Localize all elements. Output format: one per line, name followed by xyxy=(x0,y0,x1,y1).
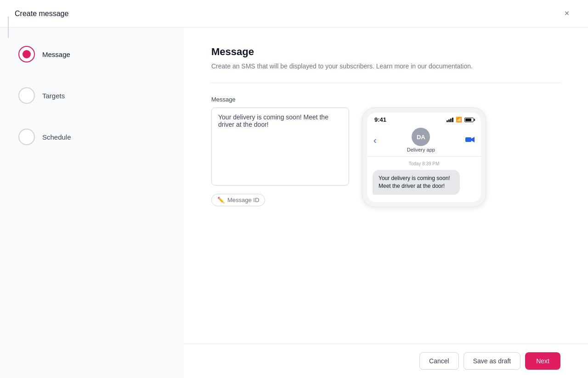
step-targets-item: Targets xyxy=(18,87,165,104)
step-connector-2 xyxy=(8,28,9,38)
signal-bar-2 xyxy=(448,119,450,122)
step-targets-label: Targets xyxy=(42,92,65,100)
message-section-label: Message xyxy=(211,96,560,103)
battery-fill xyxy=(465,118,471,121)
message-id-label: Message ID xyxy=(227,197,259,203)
svg-marker-1 xyxy=(471,137,475,142)
wifi-icon: 📶 xyxy=(456,117,462,123)
message-bubble: Your delivery is coming soon! Meet the d… xyxy=(373,170,460,195)
close-button[interactable]: × xyxy=(560,7,573,20)
phone-contact: DA Delivery app xyxy=(407,128,435,152)
content-divider xyxy=(211,83,560,83)
message-id-button[interactable]: ✏️ Message ID xyxy=(211,194,265,206)
footer: Cancel Save as draft Next xyxy=(184,344,588,378)
content-title: Message xyxy=(211,46,560,58)
dialog-header: Create message × xyxy=(0,0,588,28)
step-message-label: Message xyxy=(42,51,70,58)
step-message-item: Message xyxy=(18,46,165,62)
save-draft-button[interactable]: Save as draft xyxy=(464,352,521,370)
message-row: Your delivery is coming soon! Meet the d… xyxy=(211,107,560,207)
sidebar: Message Targets Schedule xyxy=(0,28,184,378)
cancel-button[interactable]: Cancel xyxy=(419,352,459,370)
message-input-wrapper: Your delivery is coming soon! Meet the d… xyxy=(211,107,349,206)
step-targets[interactable]: Targets xyxy=(18,87,165,104)
back-icon: ‹ xyxy=(373,135,377,146)
main-layout: Message Targets Schedule xyxy=(0,28,588,378)
pencil-icon: ✏️ xyxy=(217,197,225,203)
content-body: Message Create an SMS that will be displ… xyxy=(184,28,588,344)
step-schedule-label: Schedule xyxy=(42,133,71,141)
step-schedule[interactable]: Schedule xyxy=(18,129,165,145)
step-schedule-circle xyxy=(18,129,35,145)
phone-nav-bar: ‹ DA Delivery app xyxy=(367,125,481,157)
phone-status-bar: 9:41 📶 xyxy=(367,113,481,125)
phone-mockup: 9:41 📶 xyxy=(362,107,486,207)
steps-list: Message Targets Schedule xyxy=(18,46,165,149)
signal-bars-icon xyxy=(447,118,453,122)
phone-messages: Today 8:39 PM Your delivery is coming so… xyxy=(367,157,481,202)
phone-timestamp: Today 8:39 PM xyxy=(373,161,475,166)
video-icon xyxy=(465,135,475,145)
step-targets-circle xyxy=(18,87,35,104)
phone-time: 9:41 xyxy=(374,116,386,123)
phone-screen: 9:41 📶 xyxy=(367,113,481,202)
phone-avatar: DA xyxy=(412,128,430,146)
step-schedule-item: Schedule xyxy=(18,129,165,145)
next-button[interactable]: Next xyxy=(525,352,560,370)
phone-contact-name: Delivery app xyxy=(407,147,435,152)
battery-icon xyxy=(464,118,474,122)
signal-bar-4 xyxy=(452,118,453,122)
signal-bar-3 xyxy=(450,118,452,122)
content-description: Create an SMS that will be displayed to … xyxy=(211,62,560,70)
dialog-title: Create message xyxy=(15,10,68,18)
content-area: Message Create an SMS that will be displ… xyxy=(184,28,588,378)
step-message[interactable]: Message xyxy=(18,46,165,62)
message-textarea[interactable]: Your delivery is coming soon! Meet the d… xyxy=(211,107,349,186)
phone-status-icons: 📶 xyxy=(447,117,474,123)
svg-rect-0 xyxy=(465,137,471,142)
step-message-circle xyxy=(18,46,35,62)
signal-bar-1 xyxy=(447,120,448,122)
